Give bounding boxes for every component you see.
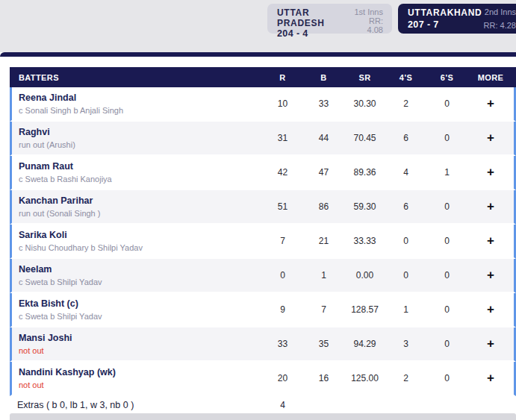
sixes-value: 0 (426, 270, 467, 280)
batter-row: Sarika Koli c Nishu Choudhary b Shilpi Y… (10, 225, 516, 259)
batter-row: Mansi Joshi not out 33 35 94.29 3 0 + (10, 327, 516, 362)
header-fours: 4'S (385, 73, 426, 82)
sixes-value: 0 (426, 236, 467, 246)
team1-score-card[interactable]: UTTAR PRADESH 204 - 4 1st Inns RR: 4.08 (267, 4, 392, 34)
header-runs: R (262, 73, 303, 82)
header-more: MORE (467, 73, 514, 82)
runs-value: 10 (262, 98, 303, 109)
runs-value: 20 (262, 373, 303, 383)
batter-row: Kanchan Parihar run out (Sonali Singh ) … (10, 190, 516, 225)
fours-value: 3 (385, 339, 426, 349)
runs-value: 0 (262, 270, 303, 280)
team2-score: 207 - 7 (408, 19, 482, 30)
batter-name: Ekta Bisht (c) (19, 298, 262, 310)
fours-value: 2 (385, 98, 426, 109)
fours-value: 2 (385, 373, 426, 383)
more-cell: + (467, 200, 514, 213)
batter-row: Punam Raut c Sweta b Rashi Kanojiya 42 4… (10, 156, 516, 190)
header-sixes: 6'S (426, 73, 467, 82)
header-batters: BATTERS (12, 73, 262, 82)
expand-more-button[interactable]: + (487, 166, 494, 178)
balls-value: 1 (303, 270, 344, 280)
batter-cell: Neelam c Sweta b Shilpi Yadav (12, 263, 262, 288)
more-cell: + (467, 131, 514, 145)
strike-rate-value: 94.29 (344, 339, 385, 349)
dismissal-text: run out (Arushi) (19, 140, 262, 150)
header-strike-rate: SR (344, 73, 385, 82)
balls-value: 35 (303, 339, 344, 349)
team1-score: 204 - 4 (277, 28, 353, 39)
strike-rate-value: 125.00 (344, 373, 385, 383)
scoreboard-strip: UTTAR PRADESH 204 - 4 1st Inns RR: 4.08 … (0, 0, 516, 52)
extras-row: Extras ( b 0, lb 1, w 3, nb 0 ) 4 (10, 396, 516, 413)
scorecard-panel: BATTERS R B SR 4'S 6'S MORE Reena Jindal… (0, 57, 516, 420)
team2-score-left: UTTARAKHAND 207 - 7 (408, 7, 482, 30)
dismissal-text: c Sweta b Rashi Kanojiya (19, 174, 262, 184)
balls-value: 21 (303, 236, 344, 246)
fours-value: 0 (385, 270, 426, 280)
sixes-value: 0 (426, 339, 467, 349)
runs-value: 7 (262, 236, 303, 246)
team2-score-card[interactable]: UTTARAKHAND 207 - 7 2nd Inns RR: 4.28 (398, 4, 516, 34)
dismissal-text: not out (19, 345, 262, 356)
strike-rate-value: 70.45 (344, 133, 385, 143)
expand-more-button[interactable]: + (487, 372, 494, 384)
batter-cell: Ekta Bisht (c) c Sweta b Shilpi Yadav (12, 298, 262, 322)
expand-more-button[interactable]: + (487, 337, 494, 350)
strike-rate-value: 0.00 (344, 270, 385, 280)
expand-more-button[interactable]: + (487, 131, 494, 144)
dismissal-text: not out (19, 380, 262, 390)
batter-name: Raghvi (19, 126, 262, 138)
header-balls: B (303, 73, 344, 82)
fours-value: 0 (385, 236, 426, 246)
batter-name: Mansi Joshi (19, 332, 262, 344)
batters-table: BATTERS R B SR 4'S 6'S MORE Reena Jindal… (10, 67, 516, 420)
sixes-value: 0 (426, 201, 467, 212)
dismissal-text: c Sonali Singh b Anjali Singh (19, 105, 262, 116)
batter-row: Nandini Kashyap (wk) not out 20 16 125.0… (10, 362, 516, 396)
fours-value: 6 (385, 133, 426, 143)
batter-name: Punam Raut (19, 160, 262, 172)
batter-cell: Mansi Joshi not out (12, 332, 262, 357)
expand-more-button[interactable]: + (487, 200, 494, 213)
batter-row: Neelam c Sweta b Shilpi Yadav 0 1 0.00 0… (10, 259, 516, 293)
batter-cell: Raghvi run out (Arushi) (12, 126, 262, 151)
batter-name: Nandini Kashyap (wk) (19, 366, 262, 378)
balls-value: 7 (303, 304, 344, 315)
fours-value: 6 (385, 201, 426, 212)
batter-cell: Nandini Kashyap (wk) not out (12, 366, 262, 391)
strike-rate-value: 59.30 (344, 201, 385, 212)
team1-score-left: UTTAR PRADESH 204 - 4 (277, 7, 353, 30)
batters-table-body: Reena Jindal c Sonali Singh b Anjali Sin… (10, 87, 516, 396)
batter-cell: Reena Jindal c Sonali Singh b Anjali Sin… (12, 92, 262, 116)
batters-table-header: BATTERS R B SR 4'S 6'S MORE (10, 67, 516, 87)
dismissal-text: run out (Sonali Singh ) (19, 208, 262, 219)
expand-more-button[interactable]: + (487, 269, 494, 281)
batter-cell: Punam Raut c Sweta b Rashi Kanojiya (12, 160, 262, 185)
runs-value: 42 (262, 167, 303, 178)
runs-value: 9 (262, 304, 303, 315)
sixes-value: 0 (426, 98, 467, 109)
expand-more-button[interactable]: + (487, 234, 494, 247)
batter-cell: Kanchan Parihar run out (Sonali Singh ) (12, 195, 262, 219)
batter-cell: Sarika Koli c Nishu Choudhary b Shilpi Y… (12, 229, 262, 254)
expand-more-button[interactable]: + (487, 303, 494, 316)
more-cell: + (467, 337, 514, 351)
more-cell: + (467, 269, 514, 282)
more-cell: + (467, 303, 514, 316)
expand-more-button[interactable]: + (487, 97, 494, 110)
more-cell: + (467, 97, 514, 110)
sixes-value: 0 (426, 304, 467, 315)
sixes-value: 0 (426, 133, 467, 143)
strike-rate-value: 128.57 (344, 304, 385, 315)
strike-rate-value: 30.30 (344, 98, 385, 109)
team1-score-right: 1st Inns RR: 4.08 (353, 7, 383, 30)
dismissal-text: c Sweta b Shilpi Yadav (19, 311, 262, 322)
runs-value: 51 (262, 201, 303, 212)
strike-rate-value: 33.33 (344, 236, 385, 246)
batter-row: Raghvi run out (Arushi) 31 44 70.45 6 0 … (10, 122, 516, 156)
sixes-value: 0 (426, 373, 467, 383)
dismissal-text: c Sweta b Shilpi Yadav (19, 277, 262, 287)
fours-value: 1 (385, 304, 426, 315)
team2-score-right: 2nd Inns RR: 4.28 (484, 7, 516, 30)
